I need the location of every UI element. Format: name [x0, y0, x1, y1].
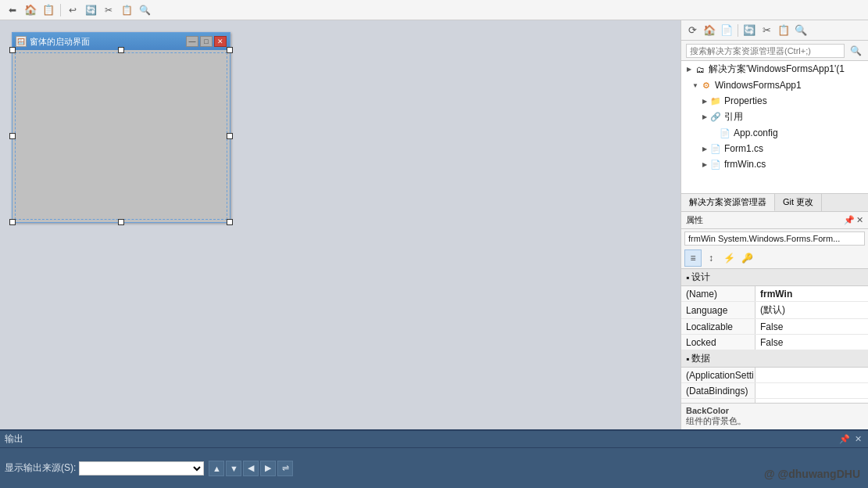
nav-home-icon[interactable]: 🏠: [23, 2, 38, 18]
output-tool-left[interactable]: ◀: [243, 461, 259, 476]
output-tool-right[interactable]: ▶: [260, 461, 276, 476]
section-header-design[interactable]: ▪ 设计: [681, 269, 868, 286]
properties-label: Properties: [724, 95, 767, 106]
prop-name-value[interactable]: frmWin: [755, 286, 868, 301]
appconfig-icon: 📄: [719, 127, 731, 139]
output-panel: 输出 📌 ✕ 显示输出来源(S): ▲ ▼ ◀ ▶ ⇌: [0, 429, 868, 488]
properties-pin-icons: 📌 ✕: [844, 215, 863, 225]
tree-item-frmwin[interactable]: ▶ 📄 frmWin.cs: [681, 156, 868, 172]
sol-scissors-icon[interactable]: ✂: [759, 23, 774, 38]
prop-name-label: (Name): [681, 286, 755, 301]
prop-localizable-value[interactable]: False: [755, 319, 868, 334]
tree-item-properties[interactable]: ▶ 📁 Properties: [681, 93, 868, 109]
output-source-select[interactable]: [79, 461, 204, 475]
tree-item-appconfig[interactable]: ▶ 📄 App.config: [681, 125, 868, 141]
references-icon: 🔗: [709, 111, 722, 124]
properties-object-selector[interactable]: frmWin System.Windows.Forms.Form...: [684, 231, 865, 246]
undo-icon[interactable]: ↩: [65, 2, 80, 18]
tree-item-solution[interactable]: ▶ 🗂 解决方案'WindowsFormsApp1'(1: [681, 61, 868, 77]
prop-databindings-value[interactable]: [755, 383, 868, 398]
prop-row-localizable: Localizable False: [681, 319, 868, 335]
output-body: 显示输出来源(S): ▲ ▼ ◀ ▶ ⇌: [0, 448, 868, 488]
props-grid-button[interactable]: ≡: [684, 249, 702, 267]
search-icon[interactable]: 🔍: [137, 2, 152, 18]
prop-row-databindings: (DataBindings): [681, 383, 868, 399]
close-props-icon[interactable]: ✕: [856, 215, 863, 225]
pin-icon[interactable]: 📌: [844, 215, 855, 225]
output-tool-wrap[interactable]: ⇌: [277, 461, 293, 476]
props-sort-button[interactable]: ↕: [702, 249, 720, 267]
references-label: 引用: [724, 110, 743, 124]
close-button[interactable]: ✕: [214, 36, 227, 47]
section-collapse-design-icon: ▪: [686, 272, 689, 283]
appconfig-label: App.config: [734, 127, 778, 138]
git-changes-tab[interactable]: Git 更改: [775, 194, 822, 211]
output-header: 输出 📌 ✕: [0, 431, 868, 448]
properties-toolbar: ≡ ↕ ⚡ 🔑: [681, 248, 868, 269]
nav-back-icon[interactable]: ⬅: [5, 2, 20, 18]
hint-description: 组件的背景色。: [686, 415, 863, 427]
solution-git-tabs: 解决方案资源管理器 Git 更改: [681, 194, 868, 212]
sol-refresh-icon[interactable]: 🔄: [741, 23, 757, 38]
form-window-controls: — □ ✕: [186, 36, 227, 47]
output-close-icon[interactable]: ✕: [853, 433, 863, 445]
file-icon[interactable]: 📋: [41, 2, 56, 18]
prop-appsettings-value[interactable]: [755, 368, 868, 382]
prop-row-locked: Locked False: [681, 335, 868, 350]
prop-localizable-label: Localizable: [681, 319, 755, 334]
props-key-button[interactable]: 🔑: [738, 249, 755, 267]
selection-handle-ml[interactable]: [9, 133, 16, 139]
selection-handle-tl[interactable]: [9, 47, 16, 53]
form-title-text: 窗体的启动界面: [30, 36, 183, 48]
sol-file-icon[interactable]: 📄: [719, 23, 734, 38]
selection-handle-bm[interactable]: [118, 219, 124, 225]
right-panel: ⟳ 🏠 📄 🔄 ✂ 📋 🔍 🔍 ▶ 🗂 解决方案'WindowsFormsApp…: [680, 20, 868, 429]
refresh-icon[interactable]: 🔄: [83, 2, 98, 18]
output-header-icons: 📌 ✕: [838, 433, 863, 445]
frmwin-label: frmWin.cs: [724, 159, 766, 170]
tree-arrow-frmwin: ▶: [700, 160, 709, 169]
output-toolbar: ▲ ▼ ◀ ▶ ⇌: [209, 461, 293, 476]
output-pin-icon[interactable]: 📌: [838, 433, 852, 445]
prop-databindings-label: (DataBindings): [681, 383, 755, 398]
prop-language-value[interactable]: (默认): [755, 302, 868, 318]
maximize-button[interactable]: □: [200, 36, 213, 47]
tree-item-project[interactable]: ▼ ⚙ WindowsFormsApp1: [681, 77, 868, 93]
solution-explorer-toolbar: ⟳ 🏠 📄 🔄 ✂ 📋 🔍: [681, 20, 868, 41]
props-event-button[interactable]: ⚡: [720, 249, 738, 267]
copy-icon[interactable]: 📋: [119, 2, 134, 18]
selection-handle-mr[interactable]: [227, 133, 233, 139]
prop-row-language: Language (默认): [681, 302, 868, 319]
sol-search2-icon[interactable]: 🔍: [793, 23, 809, 38]
project-label: WindowsFormsApp1: [715, 80, 802, 91]
hint-title: BackColor: [686, 406, 863, 415]
solution-search-button[interactable]: 🔍: [848, 43, 863, 59]
tree-item-references[interactable]: ▶ 🔗 引用: [681, 109, 868, 125]
output-source-label: 显示输出来源(S):: [5, 461, 76, 475]
watermark: @ @dhuwangDHU: [764, 468, 860, 480]
cut-icon[interactable]: ✂: [101, 2, 116, 18]
prop-locked-label: Locked: [681, 335, 755, 350]
sol-copy-icon[interactable]: 📋: [776, 23, 791, 38]
output-tool-down[interactable]: ▼: [226, 461, 241, 476]
minimize-button[interactable]: —: [186, 36, 198, 47]
top-toolbar: ⬅ 🏠 📋 ↩ 🔄 ✂ 📋 🔍: [0, 0, 868, 20]
output-tool-up[interactable]: ▲: [209, 461, 224, 476]
sol-sync-icon[interactable]: ⟳: [684, 23, 700, 38]
selection-handle-br[interactable]: [227, 219, 233, 225]
output-title: 输出: [5, 432, 834, 446]
form-body: [13, 50, 230, 222]
section-header-data[interactable]: ▪ 数据: [681, 350, 868, 368]
prop-locked-value[interactable]: False: [755, 335, 868, 350]
properties-panel: 属性 📌 ✕ frmWin System.Windows.Forms.Form.…: [681, 212, 868, 429]
solution-search-input[interactable]: [686, 44, 845, 58]
sol-home-icon[interactable]: 🏠: [702, 23, 717, 38]
selection-handle-tr[interactable]: [227, 47, 233, 53]
tree-item-form1[interactable]: ▶ 📄 Form1.cs: [681, 141, 868, 156]
properties-header: 属性 📌 ✕: [681, 212, 868, 229]
frmwin-icon: 📄: [709, 158, 722, 170]
selection-handle-tm[interactable]: [118, 47, 124, 53]
selection-handle-bl[interactable]: [9, 219, 16, 225]
solution-explorer-tab[interactable]: 解决方案资源管理器: [681, 194, 775, 211]
form1-label: Form1.cs: [724, 143, 763, 154]
